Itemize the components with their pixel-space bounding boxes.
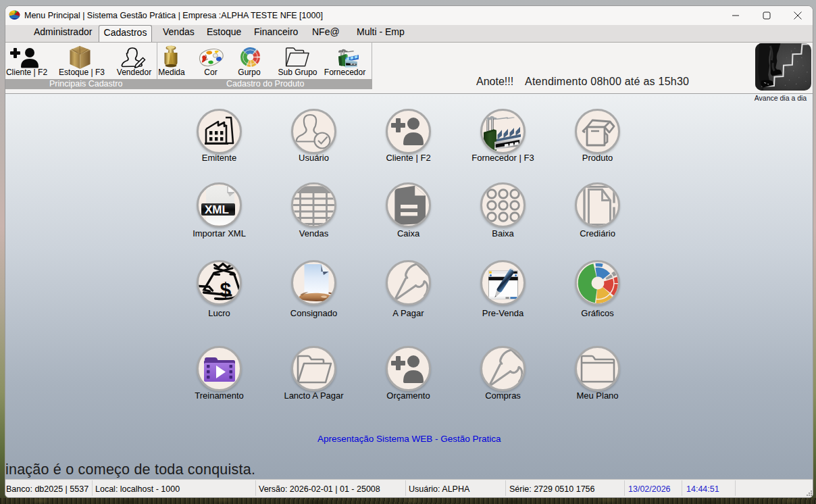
svg-text:XML: XML — [205, 203, 229, 216]
svg-text:$: $ — [220, 278, 231, 300]
